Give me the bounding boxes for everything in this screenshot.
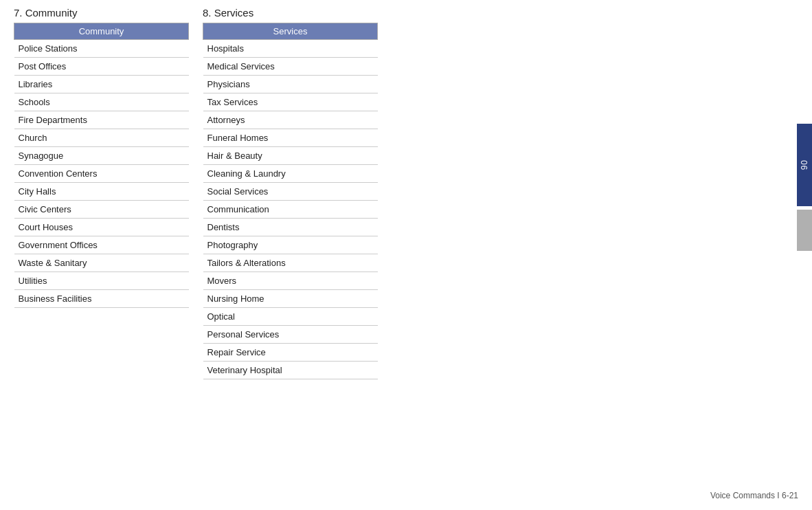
list-item[interactable]: Synagogue <box>14 147 189 165</box>
list-item-label: Church <box>14 129 189 147</box>
list-item-label: Nursing Home <box>203 290 378 308</box>
list-item[interactable]: Optical <box>203 308 378 326</box>
list-item[interactable]: Medical Services <box>203 58 378 76</box>
list-item-label: Repair Service <box>203 344 378 362</box>
list-item[interactable]: Tailors & Alterations <box>203 254 378 272</box>
list-item[interactable]: Photography <box>203 236 378 254</box>
list-item[interactable]: Physicians <box>203 76 378 93</box>
page-content: 7. Community Community Police StationsPo… <box>0 0 812 386</box>
list-item-label: Optical <box>203 308 378 326</box>
list-item-label: Communication <box>203 201 378 219</box>
list-item-label: Business Facilities <box>14 290 189 308</box>
list-item-label: Hair & Beauty <box>203 147 378 165</box>
list-item[interactable]: Tax Services <box>203 93 378 111</box>
services-heading: 8. Services <box>203 7 378 19</box>
list-item[interactable]: Communication <box>203 201 378 219</box>
list-item-label: Physicians <box>203 76 378 93</box>
list-item[interactable]: Funeral Homes <box>203 129 378 147</box>
list-item[interactable]: Civic Centers <box>14 201 189 219</box>
list-item[interactable]: Cleaning & Laundry <box>203 165 378 183</box>
services-header: Services <box>203 23 378 40</box>
list-item[interactable]: Repair Service <box>203 344 378 362</box>
community-heading: 7. Community <box>14 7 189 19</box>
list-item-label: Convention Centers <box>14 165 189 183</box>
list-item[interactable]: Social Services <box>203 183 378 201</box>
list-item-label: Tailors & Alterations <box>203 254 378 272</box>
list-item-label: Libraries <box>14 76 189 93</box>
list-item[interactable]: Convention Centers <box>14 165 189 183</box>
list-item[interactable]: Libraries <box>14 76 189 93</box>
list-item[interactable]: Church <box>14 129 189 147</box>
list-item-label: Cleaning & Laundry <box>203 165 378 183</box>
list-item[interactable]: Court Houses <box>14 219 189 236</box>
list-item[interactable]: Police Stations <box>14 40 189 58</box>
list-item[interactable]: Nursing Home <box>203 290 378 308</box>
list-item[interactable]: Movers <box>203 272 378 290</box>
list-item-label: Funeral Homes <box>203 129 378 147</box>
list-item[interactable]: Attorneys <box>203 111 378 129</box>
footer: Voice Commands I 6-21 <box>710 491 798 500</box>
list-item[interactable]: Schools <box>14 93 189 111</box>
list-item[interactable]: City Halls <box>14 183 189 201</box>
list-item-label: Civic Centers <box>14 201 189 219</box>
list-item[interactable]: Post Offices <box>14 58 189 76</box>
list-item-label: Movers <box>203 272 378 290</box>
list-item-label: Personal Services <box>203 326 378 344</box>
list-item-label: Dentists <box>203 219 378 236</box>
list-item[interactable]: Veterinary Hospital <box>203 362 378 379</box>
list-item-label: Medical Services <box>203 58 378 76</box>
side-tab-label: 90 <box>800 159 809 170</box>
list-item[interactable]: Government Offices <box>14 236 189 254</box>
list-item[interactable]: Business Facilities <box>14 290 189 308</box>
list-item-label: Synagogue <box>14 147 189 165</box>
list-item-label: Police Stations <box>14 40 189 58</box>
list-item-label: Photography <box>203 236 378 254</box>
list-item-label: Post Offices <box>14 58 189 76</box>
list-item[interactable]: Utilities <box>14 272 189 290</box>
community-table: Community Police StationsPost OfficesLib… <box>14 23 189 308</box>
list-item-label: Veterinary Hospital <box>203 362 378 379</box>
list-item-label: Hospitals <box>203 40 378 58</box>
list-item-label: Social Services <box>203 183 378 201</box>
services-section: 8. Services Services HospitalsMedical Se… <box>203 7 378 379</box>
list-item-label: City Halls <box>14 183 189 201</box>
list-item[interactable]: Dentists <box>203 219 378 236</box>
list-item-label: Attorneys <box>203 111 378 129</box>
list-item-label: Utilities <box>14 272 189 290</box>
side-tab-blue: 90 <box>797 124 812 206</box>
list-item[interactable]: Personal Services <box>203 326 378 344</box>
list-item[interactable]: Waste & Sanitary <box>14 254 189 272</box>
list-item-label: Schools <box>14 93 189 111</box>
list-item[interactable]: Fire Departments <box>14 111 189 129</box>
footer-text: Voice Commands I 6-21 <box>710 491 798 500</box>
list-item-label: Government Offices <box>14 236 189 254</box>
side-tab-gray <box>797 210 812 251</box>
list-item-label: Fire Departments <box>14 111 189 129</box>
services-table: Services HospitalsMedical ServicesPhysic… <box>203 23 378 379</box>
list-item-label: Court Houses <box>14 219 189 236</box>
list-item-label: Waste & Sanitary <box>14 254 189 272</box>
community-header: Community <box>14 23 189 40</box>
list-item[interactable]: Hospitals <box>203 40 378 58</box>
list-item-label: Tax Services <box>203 93 378 111</box>
list-item[interactable]: Hair & Beauty <box>203 147 378 165</box>
community-section: 7. Community Community Police StationsPo… <box>14 7 189 308</box>
